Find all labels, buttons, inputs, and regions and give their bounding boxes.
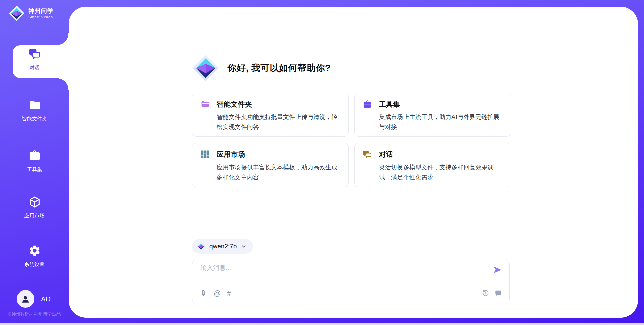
card-header: 智能文件夹 [200,100,340,109]
chat-bubbles-icon [363,150,372,159]
card-header: 应用市场 [200,150,340,159]
toolbox-icon [28,149,41,162]
main-panel: 你好, 我可以如何帮助你? 智能文件夹 智能文件夹功能支持批量文件上传与清洗，轻… [69,7,638,318]
user-chip[interactable]: AD [17,290,51,308]
model-logo-icon [197,242,205,251]
toolbox-icon [363,100,372,109]
grid-icon [200,150,210,159]
attachment-icon[interactable] [200,289,207,297]
card-title: 应用市场 [217,150,245,159]
composer-input-row [192,259,509,284]
folder-icon [28,99,41,111]
active-tab-fillet-bottom [57,78,69,90]
window-bottom-edge [0,323,644,325]
sidebar: 神州问学 Smart Vision 对话 智能文件夹 工具集 [0,0,69,325]
folder-open-icon [200,100,210,109]
user-initials: AD [41,295,51,303]
card-description: 集成市场上主流工具，助力AI与外界无缝扩展与对接 [379,112,503,132]
gear-icon [28,244,41,257]
greeting-title: 你好, 我可以如何帮助你? [227,62,331,74]
composer-toolbar: @ # [192,284,509,297]
assistant-logo-icon [192,54,219,82]
card-chat[interactable]: 对话 灵活切换多模型文件，支持多样回复效果调试，满足个性化需求 [354,143,511,187]
sidebar-item-label: 应用市场 [24,213,45,219]
card-header: 工具集 [363,100,503,109]
cube-icon [28,196,41,208]
card-title: 对话 [379,150,393,159]
history-icon[interactable] [482,289,489,297]
chevron-down-icon [241,244,246,249]
composer-tools-left: @ # [200,289,231,297]
brand: 神州问学 Smart Vision [9,5,54,21]
send-icon[interactable] [493,266,502,275]
composer-tools-right [482,289,502,297]
sidebar-item-label: 对话 [30,65,40,71]
model-selector[interactable]: qwen2:7b [192,239,253,254]
brand-name: 神州问学 [28,8,54,14]
composer: @ # [192,259,510,304]
avatar [17,290,34,308]
active-tab-fillet-top [57,33,69,45]
sidebar-item-settings[interactable]: 系统设置 [0,244,69,268]
sidebar-item-toolset[interactable]: 工具集 [0,149,69,173]
person-icon [20,294,31,304]
card-app-market[interactable]: 应用市场 应用市场提供丰富长文本模板，助力高效生成多样化文章内容 [192,143,349,187]
brand-logo-icon [9,5,25,21]
chat-bubbles-icon [28,48,41,60]
sidebar-item-app-market[interactable]: 应用市场 [0,196,69,219]
card-description: 智能文件夹功能支持批量文件上传与清洗，轻松实现文件问答 [217,112,340,132]
hashtag-icon[interactable]: # [227,289,231,297]
sidebar-item-label: 智能文件夹 [22,116,47,122]
model-name: qwen2:7b [209,243,237,250]
card-smart-folder[interactable]: 智能文件夹 智能文件夹功能支持批量文件上传与清洗，轻松实现文件问答 [192,93,349,137]
sidebar-item-label: 工具集 [27,167,42,173]
brand-text: 神州问学 Smart Vision [28,8,54,19]
message-input[interactable] [200,264,461,272]
card-description: 灵活切换多模型文件，支持多样回复效果调试，满足个性化需求 [379,162,503,182]
feature-cards: 智能文件夹 智能文件夹功能支持批量文件上传与清洗，轻松实现文件问答 工具集 集成… [192,93,511,187]
card-toolset[interactable]: 工具集 集成市场上主流工具，助力AI与外界无缝扩展与对接 [354,93,511,137]
sidebar-item-chat[interactable]: 对话 [0,48,69,71]
conversation-bubble-icon[interactable] [495,289,502,297]
sidebar-footer: ©神州数码 · 神州问学出品 [0,311,69,317]
greeting-block: 你好, 我可以如何帮助你? [192,54,331,82]
card-description: 应用市场提供丰富长文本模板，助力高效生成多样化文章内容 [217,162,340,182]
brand-subtitle: Smart Vision [28,15,54,19]
card-title: 智能文件夹 [217,100,252,109]
mention-icon[interactable]: @ [214,289,221,297]
sidebar-item-smart-folder[interactable]: 智能文件夹 [0,99,69,122]
card-title: 工具集 [379,100,400,109]
card-header: 对话 [363,150,503,159]
sidebar-item-label: 系统设置 [24,261,45,268]
